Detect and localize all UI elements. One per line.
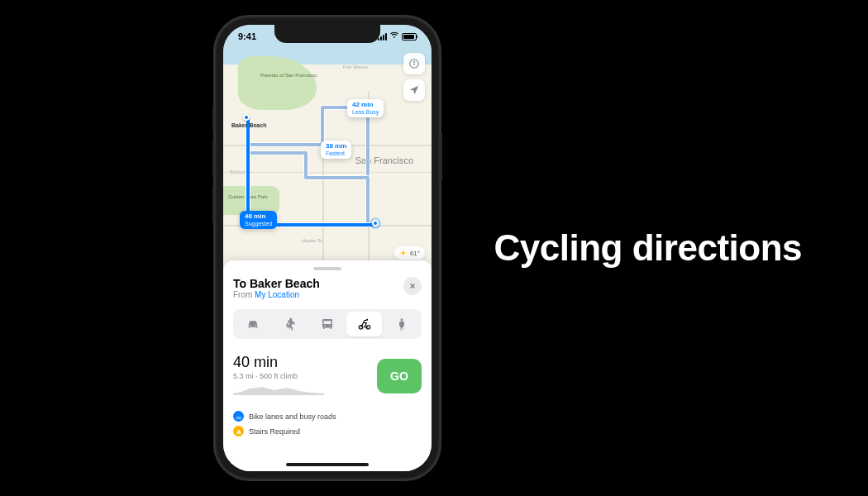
route-distance: 5.3 mi · 500 ft climb bbox=[233, 372, 324, 380]
phone-screen: 9:41 Presidio of San Francisco Golden Ga… bbox=[223, 25, 432, 471]
sheet-grabber[interactable] bbox=[313, 267, 341, 270]
mode-car[interactable] bbox=[236, 312, 271, 336]
weather-temp: 61° bbox=[410, 250, 420, 257]
badge-bike-lanes: Bike lanes and busy roads bbox=[233, 411, 422, 422]
mode-transit[interactable] bbox=[310, 312, 346, 336]
phone-frame: 9:41 Presidio of San Francisco Golden Ga… bbox=[215, 17, 440, 479]
mode-rideshare[interactable] bbox=[384, 312, 419, 336]
route-badges: Bike lanes and busy roads Stairs Require… bbox=[233, 411, 422, 436]
home-indicator[interactable] bbox=[286, 463, 369, 466]
status-time: 9:41 bbox=[238, 31, 256, 41]
route-callout-lessbusy[interactable]: 42 min Less Busy bbox=[347, 99, 384, 117]
go-button[interactable]: GO bbox=[377, 359, 422, 393]
callout-time: 40 min bbox=[245, 213, 272, 221]
svg-point-15 bbox=[236, 417, 239, 419]
weather-chip[interactable]: 61° bbox=[394, 246, 425, 260]
svg-point-2 bbox=[414, 61, 415, 62]
map-info-button[interactable] bbox=[403, 53, 425, 74]
route-start-label: Baker Beach bbox=[231, 122, 266, 128]
route-callout-fastest[interactable]: 38 min Fastest bbox=[321, 141, 351, 159]
wifi-icon bbox=[389, 31, 399, 41]
route-callout-suggested[interactable]: 40 min Suggested bbox=[240, 211, 277, 229]
route-time: 40 min bbox=[233, 354, 324, 371]
map-recenter-button[interactable] bbox=[403, 79, 425, 101]
badge-text: Stairs Required bbox=[249, 427, 300, 436]
car-icon bbox=[246, 317, 260, 331]
svg-point-3 bbox=[402, 251, 404, 254]
slide-title: Cycling directions bbox=[494, 227, 802, 269]
callout-time: 42 min bbox=[352, 102, 379, 109]
svg-point-14 bbox=[400, 318, 403, 321]
elevation-profile bbox=[233, 384, 324, 395]
power-button bbox=[440, 132, 442, 182]
battery-icon bbox=[402, 33, 417, 41]
mode-bike[interactable] bbox=[346, 312, 382, 336]
close-icon bbox=[408, 282, 417, 290]
transit-icon bbox=[320, 317, 335, 331]
my-location-link[interactable]: My Location bbox=[255, 290, 299, 299]
badge-stairs: Stairs Required bbox=[233, 426, 422, 436]
callout-time: 38 min bbox=[326, 143, 346, 150]
badge-text: Bike lanes and busy roads bbox=[249, 413, 336, 421]
svg-point-13 bbox=[366, 319, 368, 321]
callout-tag: Less Busy bbox=[352, 109, 379, 116]
current-location-pin[interactable] bbox=[372, 220, 379, 227]
walk-icon bbox=[283, 317, 298, 331]
mode-walk[interactable] bbox=[273, 312, 308, 336]
callout-tag: Suggested bbox=[245, 221, 272, 227]
bike-icon bbox=[357, 317, 372, 331]
mute-switch bbox=[212, 107, 215, 131]
transport-mode-selector bbox=[233, 309, 422, 339]
bike-lane-icon bbox=[233, 411, 244, 422]
callout-tag: Fastest bbox=[326, 150, 346, 157]
volume-down-button bbox=[212, 186, 215, 223]
volume-up-button bbox=[212, 141, 215, 178]
route-start-pin[interactable] bbox=[243, 114, 250, 121]
sun-icon bbox=[399, 249, 408, 257]
origin-subtitle: From My Location bbox=[233, 290, 320, 299]
directions-sheet[interactable]: To Baker Beach From My Location bbox=[223, 260, 432, 471]
svg-point-16 bbox=[239, 417, 241, 419]
route-card[interactable]: 40 min 5.3 mi · 500 ft climb GO bbox=[233, 349, 422, 407]
rideshare-icon bbox=[394, 317, 409, 331]
map-area[interactable]: Presidio of San Francisco Golden Gate Pa… bbox=[223, 25, 432, 289]
close-button[interactable] bbox=[403, 277, 422, 295]
notch bbox=[274, 25, 380, 43]
destination-title: To Baker Beach bbox=[233, 277, 320, 290]
warning-icon bbox=[233, 426, 244, 436]
